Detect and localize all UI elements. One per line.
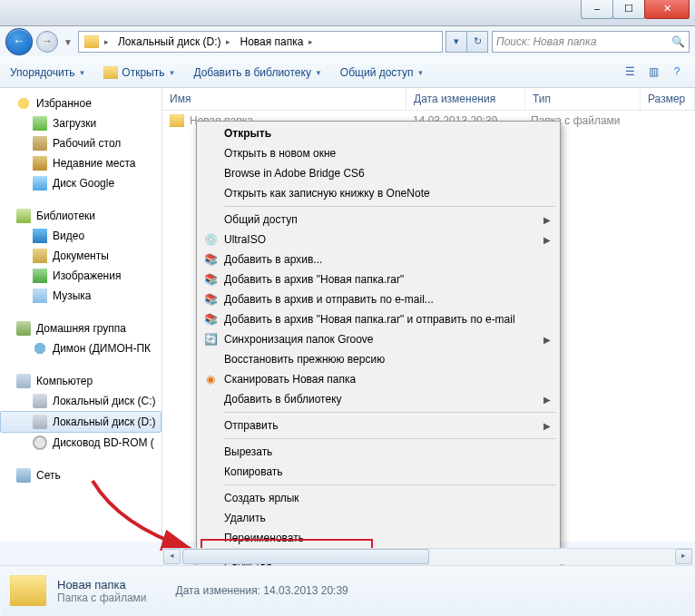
cm-delete[interactable]: Удалить [199,508,558,528]
video-icon [33,229,47,243]
computer-icon [16,374,31,388]
cm-open[interactable]: Открыть [199,123,558,143]
cm-open-new[interactable]: Открыть в новом окне [199,143,558,163]
crumb-root[interactable]: ▸ [81,33,114,51]
submenu-arrow-icon: ▶ [543,395,551,405]
sidebar-item-bdrom[interactable]: Дисковод BD-ROM ( [0,433,162,453]
cm-onenote[interactable]: Открыть как записную книжку в OneNote [199,183,558,203]
help-button[interactable]: ? [666,62,688,83]
cm-addarc[interactable]: 📚Добавить в архив... [199,249,558,269]
cm-groove[interactable]: 🔄Синхронизация папок Groove▶ [199,329,558,349]
sidebar: Избранное Загрузки Рабочий стол Недавние… [0,88,162,542]
minimize-button[interactable]: – [581,0,613,19]
history-dropdown[interactable]: ▼ [62,37,74,47]
details-meta: Дата изменения: 14.03.2013 20:39 [176,584,348,597]
cm-bridge[interactable]: Browse in Adobe Bridge CS6 [199,163,558,183]
cm-ultraiso[interactable]: 💿UltraISO▶ [199,230,558,249]
refresh-button[interactable]: ↻ [466,31,488,53]
cm-addrar[interactable]: 📚Добавить в архив "Новая папка.rar" [199,269,558,289]
addr-dropdown[interactable]: ▾ [445,31,467,53]
cm-send[interactable]: Отправить▶ [199,416,558,435]
sidebar-item-drive-d[interactable]: Локальный диск (D:) [0,411,162,433]
sidebar-item-drive-c[interactable]: Локальный диск (C:) [0,391,162,411]
search-icon: 🔍 [671,35,685,48]
sidebar-item-documents[interactable]: Документы [0,246,162,266]
drive-icon [33,415,47,429]
crumb-drive[interactable]: Локальный диск (D:)▸ [114,33,237,51]
gdrive-icon [33,176,47,191]
sidebar-favorites[interactable]: Избранное [0,93,162,113]
disc-icon [33,435,47,450]
share-button[interactable]: Общий доступ▼ [338,64,427,81]
preview-pane-button[interactable]: ▥ [642,62,664,83]
sidebar-item-downloads[interactable]: Загрузки [0,113,162,133]
submenu-arrow-icon: ▶ [543,421,551,431]
address-bar[interactable]: ▸ Локальный диск (D:)▸ Новая папка▸ [78,31,443,53]
close-button[interactable]: ✕ [644,0,690,19]
scroll-left-button[interactable]: ◂ [163,549,181,564]
folder-icon [10,575,46,606]
maximize-button[interactable]: ☐ [612,0,645,19]
col-date[interactable]: Дата изменения [406,88,525,110]
network-icon [16,468,31,483]
sidebar-libraries[interactable]: Библиотеки [0,206,162,226]
submenu-arrow-icon: ▶ [543,215,551,225]
cm-share[interactable]: Общий доступ▶ [199,210,558,230]
music-icon [33,288,47,303]
sidebar-item-recent[interactable]: Недавние места [0,153,162,173]
search-input[interactable]: Поиск: Новая папка🔍 [492,31,690,53]
sidebar-item-desktop[interactable]: Рабочий стол [0,133,162,153]
user-icon [33,341,47,356]
col-size[interactable]: Размер [641,88,695,110]
recent-icon [33,156,47,171]
cm-addemail[interactable]: 📚Добавить в архив и отправить по e-mail.… [199,289,558,309]
cm-cut[interactable]: Вырезать [199,442,558,462]
winrar-icon: 📚 [202,311,219,328]
folder-icon [84,35,99,48]
sidebar-item-music[interactable]: Музыка [0,286,162,306]
star-icon [16,96,31,111]
cm-scan[interactable]: ◉Сканировать Новая папка [199,369,558,389]
homegroup-icon [16,321,31,336]
addlib-button[interactable]: Добавить в библиотеку▼ [191,64,324,81]
scroll-right-button[interactable]: ▸ [675,549,692,564]
explorer-window: – ☐ ✕ ← → ▼ ▸ Локальный диск (D:)▸ Новая… [0,0,695,616]
titlebar: – ☐ ✕ [0,0,695,26]
sidebar-item-pictures[interactable]: Изображения [0,266,162,286]
scrollbar-horizontal[interactable]: ◂ ▸ [162,548,693,564]
cm-copy[interactable]: Копировать [199,462,558,482]
cm-addraremail[interactable]: 📚Добавить в архив "Новая папка.rar" и от… [199,309,558,329]
details-pane: Новая папка Папка с файлами Дата изменен… [1,565,694,615]
cm-addlib[interactable]: Добавить в библиотеку▶ [199,389,558,409]
submenu-arrow-icon: ▶ [543,235,551,245]
scan-icon: ◉ [202,371,219,387]
col-name[interactable]: Имя [162,88,406,110]
scroll-thumb[interactable] [182,549,429,564]
cm-rename[interactable]: Переименовать [199,528,558,548]
details-name: Новая папка [57,578,147,592]
view-button[interactable]: ☰ [619,62,641,83]
cm-restore[interactable]: Восстановить прежнюю версию [199,349,558,369]
organize-button[interactable]: Упорядочить▼ [7,64,88,81]
sidebar-homegroup[interactable]: Домашняя группа [0,318,162,338]
desktop-icon [33,136,47,151]
sidebar-item-gdrive[interactable]: Диск Google [0,173,162,193]
winrar-icon: 📚 [202,271,219,288]
ultraiso-icon: 💿 [202,231,219,248]
nav-bar: ← → ▼ ▸ Локальный диск (D:)▸ Новая папка… [0,26,695,57]
sidebar-network[interactable]: Сеть [0,465,162,485]
cm-shortcut[interactable]: Создать ярлык [199,488,558,508]
winrar-icon: 📚 [202,251,219,268]
sidebar-item-video[interactable]: Видео [0,226,162,246]
folder-icon [103,66,118,79]
crumb-folder[interactable]: Новая папка▸ [236,33,318,51]
groove-icon: 🔄 [202,331,219,347]
col-type[interactable]: Тип [525,88,641,110]
folder-icon [170,114,184,127]
column-headers: Имя Дата изменения Тип Размер [162,88,695,111]
forward-button[interactable]: → [36,31,58,53]
sidebar-item-user[interactable]: Димон (ДИМОН-ПК [0,338,162,358]
open-button[interactable]: Открыть▼ [101,64,178,81]
sidebar-computer[interactable]: Компьютер [0,371,162,391]
back-button[interactable]: ← [5,28,33,55]
